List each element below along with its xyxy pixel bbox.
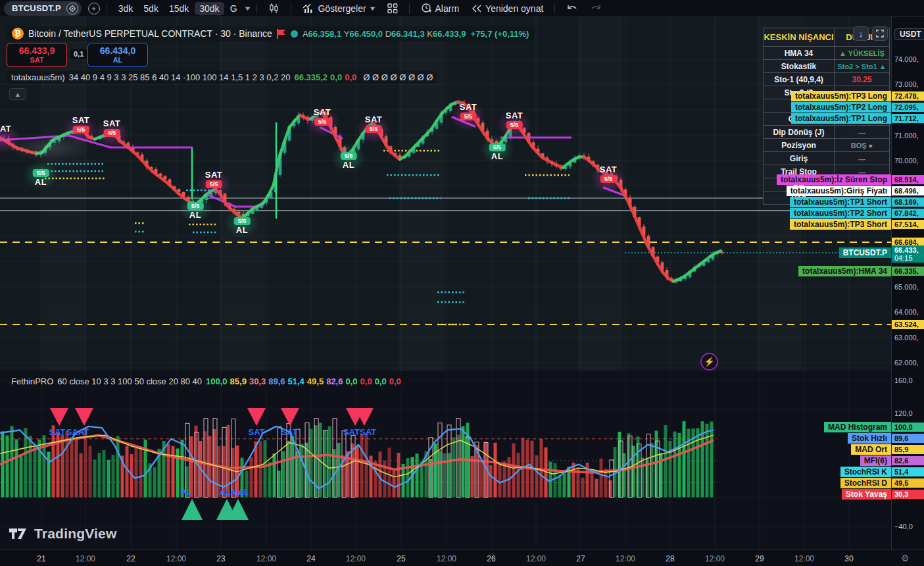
indicators-icon: [303, 3, 314, 14]
currency-toggle-button[interactable]: USDT: [894, 28, 924, 40]
indicators-button[interactable]: Göstergeler ▼: [298, 2, 379, 15]
buy-signal-marker[interactable]: 5/5AL: [33, 168, 49, 187]
lower-indicator-legend[interactable]: FethinPRO 60 close 10 3 3 100 50 close 2…: [7, 375, 408, 388]
indicator-price-label: MAD Histogram: [824, 422, 891, 432]
svg-text:AL: AL: [238, 488, 249, 497]
replay-icon: [471, 4, 482, 13]
sell-signal-marker[interactable]: SAT5/5: [314, 107, 331, 126]
indicator-values: 66.335,20,00,0: [295, 72, 360, 82]
download-icon[interactable]: ↓: [853, 26, 869, 41]
sell-button[interactable]: 66.433,9 SAT: [7, 43, 67, 67]
sell-signal-marker[interactable]: SAT4/5: [103, 118, 121, 137]
indicator-name: totalxauus5m): [11, 72, 65, 82]
buy-signal-marker[interactable]: 5/5AL: [234, 217, 251, 235]
time-tick: 24: [306, 554, 315, 563]
indicators-label: Göstergeler: [318, 3, 366, 14]
buy-button[interactable]: 66.434,0 AL: [87, 43, 148, 67]
redo-button[interactable]: [585, 3, 606, 14]
axis-price-chip: 68.496,: [892, 186, 924, 195]
sell-signal-marker[interactable]: SAT5/5: [72, 115, 90, 134]
indicator-legend[interactable]: totalxauus5m) 34 40 9 4 9 3 3 25 85 6 40…: [7, 71, 437, 84]
main-price-chart[interactable]: [0, 17, 891, 371]
chart-style-button[interactable]: [264, 1, 284, 15]
tradingview-mark-icon: [9, 527, 29, 541]
time-tick: 12:00: [526, 554, 546, 563]
undo-button[interactable]: [562, 3, 583, 14]
time-tick: 22: [126, 554, 135, 563]
axis-price-chip: 82,6: [892, 456, 924, 465]
candlestick-icon: [268, 3, 280, 14]
sell-label: SAT: [30, 56, 43, 64]
lower-indicator-name: FethinPRO: [11, 376, 53, 386]
axis-tick: 70.000,: [894, 157, 919, 165]
separator: [256, 3, 257, 14]
axis-tick: −40,0: [894, 523, 913, 530]
svg-text:SAAT: SAAT: [66, 427, 89, 437]
axis-price-chip: 100,0: [892, 423, 924, 432]
buy-signal-marker[interactable]: 5/5AL: [341, 151, 357, 170]
axis-settings-gear-icon[interactable]: ⚙: [901, 553, 910, 563]
sell-signal-marker[interactable]: SAT5/5: [600, 165, 618, 183]
indicator-price-label: totalxauus5m):İz Süren Stop: [777, 174, 891, 185]
time-tick: 27: [576, 554, 585, 563]
axis-tick: 160,0: [894, 376, 913, 384]
symbol-title: Bitcoin / TetherUS PERPETUAL CONTRACT · …: [28, 28, 272, 39]
buy-signal-marker[interactable]: 5/5AL: [187, 201, 204, 220]
indicator-price-label: StochRSI D: [840, 478, 891, 488]
tradingview-logo[interactable]: TradingView: [9, 526, 117, 542]
timeframe-15dk[interactable]: 15dk: [164, 2, 193, 15]
timeframe-G[interactable]: G: [226, 2, 242, 15]
axis-price-chip: 67.842,: [892, 209, 924, 218]
axis-tick: 64.000,: [894, 308, 919, 316]
time-tick: 12:00: [76, 554, 95, 563]
flag-icon[interactable]: [277, 29, 286, 39]
add-symbol-icon[interactable]: +: [88, 3, 100, 14]
indicator-price-label: MAD Ort: [851, 444, 891, 455]
symbol-button[interactable]: BTCUSDT.P: [4, 1, 82, 16]
timeframe-3dk[interactable]: 3dk: [114, 2, 138, 15]
timeframe-5dk[interactable]: 5dk: [139, 2, 163, 15]
buy-signal-marker[interactable]: 5/5AL: [489, 143, 506, 161]
indicator-price-label: totalxauus5m):TP1 Long: [791, 113, 891, 124]
svg-text:SAT: SAT: [281, 427, 297, 437]
timeframe-group: 3dk5dk15dk30dkG: [114, 2, 242, 15]
layout-grid-button[interactable]: [383, 2, 402, 15]
axis-tick: 120,0: [894, 409, 913, 417]
replay-button[interactable]: Yeniden oynat: [466, 2, 548, 15]
screenshot-frame-icon[interactable]: [872, 26, 888, 41]
svg-text:SATSAT: SATSAT: [343, 427, 376, 437]
axis-tick: 65.000,: [894, 283, 919, 291]
indicator-price-label: MFI(6): [860, 455, 891, 466]
axis-price-chip: 68.169,: [892, 197, 924, 207]
indicator-price-label: Stok Yavaş: [842, 489, 891, 500]
tradingview-wordmark: TradingView: [34, 526, 117, 542]
diamond-icon[interactable]: [66, 3, 78, 14]
sell-signal-marker[interactable]: SAT5/5: [365, 115, 383, 133]
tradingview-app: BTCUSDT.P + 3dk5dk15dk30dkG ▼ Göstergele…: [0, 0, 924, 566]
bitcoin-icon: ₿: [12, 28, 24, 39]
indicator-price-label: totalxauus5m):HMA 34: [798, 266, 891, 276]
boost-lightning-icon[interactable]: ⚡: [700, 353, 718, 371]
chevron-down-icon[interactable]: ▼: [243, 5, 251, 12]
lower-indicator-chart[interactable]: SATSAATSATSATSATSATALALALAL: [0, 371, 891, 550]
replay-label: Yeniden oynat: [485, 3, 543, 14]
collapse-legend-button[interactable]: ▲: [9, 88, 26, 100]
time-tick: 12:00: [346, 554, 366, 563]
undo-icon: [566, 4, 578, 13]
spread-value: 0,1: [70, 49, 87, 59]
sell-signal-marker[interactable]: SAT: [0, 124, 11, 134]
indicator-price-label: totalxauus5m):TP2 Short: [790, 208, 891, 219]
alarm-button[interactable]: Alarm: [416, 1, 464, 15]
sell-signal-marker[interactable]: SAT5/5: [460, 102, 477, 120]
time-tick: 12:00: [166, 554, 186, 563]
time-axis[interactable]: 2112:002212:002312:002412:002512:002612:…: [0, 550, 924, 566]
symbol-legend[interactable]: ₿ Bitcoin / TetherUS PERPETUAL CONTRACT …: [7, 26, 534, 41]
sell-signal-marker[interactable]: SAT5/5: [506, 111, 523, 129]
price-axis[interactable]: 74.000,73.000,71.000,70.000,65.000,64.00…: [891, 17, 924, 550]
separator: [554, 3, 555, 14]
axis-price-chip: 72.095,: [892, 103, 924, 112]
symbol-name: BTCUSDT.P: [12, 3, 61, 13]
sell-signal-marker[interactable]: SAT5/5: [205, 170, 223, 188]
timeframe-30dk[interactable]: 30dk: [195, 2, 224, 15]
axis-price-chip: 85,9: [892, 445, 924, 454]
